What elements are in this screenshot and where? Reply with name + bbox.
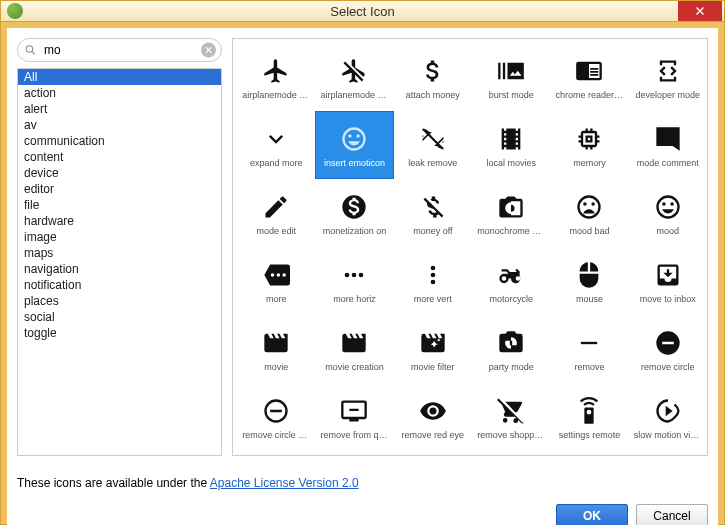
icon-label: money off <box>413 226 452 236</box>
category-item[interactable]: navigation <box>18 261 221 277</box>
icon-label: chrome reader mo <box>555 90 623 100</box>
icon-chrome-reader-mode[interactable]: chrome reader mo <box>550 43 628 111</box>
close-button[interactable] <box>678 1 722 21</box>
icon-label: remove from que <box>320 430 388 440</box>
icon-settings-remote[interactable]: settings remote <box>550 383 628 451</box>
mood-bad-icon <box>573 191 605 223</box>
icon-money-off[interactable]: money off <box>394 179 472 247</box>
icon-expand-more[interactable]: expand more <box>237 111 315 179</box>
icon-mood[interactable]: mood <box>629 179 707 247</box>
icon-label: mouse <box>576 294 603 304</box>
icon-developer-mode[interactable]: developer mode <box>629 43 707 111</box>
icon-label: monochrome pho <box>477 226 545 236</box>
more-vert-icon <box>417 259 449 291</box>
icon-move-to-inbox[interactable]: move to inbox <box>629 247 707 315</box>
icon-more-vert[interactable]: more vert <box>394 247 472 315</box>
icon-label: settings remote <box>559 430 621 440</box>
local-movies-icon <box>495 123 527 155</box>
mode-edit-icon <box>260 191 292 223</box>
category-item[interactable]: content <box>18 149 221 165</box>
icon-local-movies[interactable]: local movies <box>472 111 550 179</box>
icon-remove-from-queue[interactable]: remove from que <box>315 383 393 451</box>
icon-monetization-on[interactable]: monetization on <box>315 179 393 247</box>
ok-button[interactable]: OK <box>556 504 628 525</box>
icon-label: local movies <box>486 158 536 168</box>
icon-label: developer mode <box>636 90 701 100</box>
icon-mode-edit[interactable]: mode edit <box>237 179 315 247</box>
icon-label: expand more <box>250 158 303 168</box>
icon-label: party mode <box>489 362 534 372</box>
icon-remove-shopping-cart[interactable]: remove shopping <box>472 383 550 451</box>
category-item[interactable]: hardware <box>18 213 221 229</box>
icon-label: remove shopping <box>477 430 545 440</box>
remove-shopping-cart-icon <box>495 395 527 427</box>
category-item[interactable]: action <box>18 85 221 101</box>
window-title: Select Icon <box>1 4 724 19</box>
icon-label: burst mode <box>489 90 534 100</box>
icon-label: leak remove <box>408 158 457 168</box>
category-item[interactable]: places <box>18 293 221 309</box>
category-item[interactable]: maps <box>18 245 221 261</box>
more-horiz-icon <box>338 259 370 291</box>
icon-mouse[interactable]: mouse <box>550 247 628 315</box>
category-list[interactable]: Allactionalertavcommunicationcontentdevi… <box>17 68 222 456</box>
icon-airplanemode-inactive[interactable]: airplanemode ina <box>315 43 393 111</box>
license-link[interactable]: Apache License Version 2.0 <box>210 476 359 490</box>
airplanemode-inactive-icon <box>338 55 370 87</box>
icon-remove-red-eye[interactable]: remove red eye <box>394 383 472 451</box>
icon-movie[interactable]: movie <box>237 315 315 383</box>
category-item[interactable]: social <box>18 309 221 325</box>
icon-label: more <box>266 294 287 304</box>
icon-label: mode comment <box>637 158 699 168</box>
icon-movie-filter[interactable]: movie filter <box>394 315 472 383</box>
category-item[interactable]: file <box>18 197 221 213</box>
icon-label: remove circle outli <box>242 430 310 440</box>
money-off-icon <box>417 191 449 223</box>
icon-label: airplanemode ina <box>320 90 388 100</box>
icon-mode-comment[interactable]: mode comment <box>629 111 707 179</box>
icon-remove[interactable]: remove <box>550 315 628 383</box>
icon-remove-circle[interactable]: remove circle <box>629 315 707 383</box>
icon-more[interactable]: more <box>237 247 315 315</box>
search-wrap: ✕ <box>17 38 222 62</box>
chrome-reader-mode-icon <box>573 55 605 87</box>
search-input[interactable] <box>17 38 222 62</box>
category-item[interactable]: alert <box>18 101 221 117</box>
category-item[interactable]: device <box>18 165 221 181</box>
icon-memory[interactable]: memory <box>550 111 628 179</box>
more-icon <box>260 259 292 291</box>
category-item[interactable]: communication <box>18 133 221 149</box>
category-item[interactable]: editor <box>18 181 221 197</box>
category-item[interactable]: All <box>18 69 221 85</box>
category-item[interactable]: image <box>18 229 221 245</box>
icon-more-horiz[interactable]: more horiz <box>315 247 393 315</box>
category-item[interactable]: notification <box>18 277 221 293</box>
icon-insert-emoticon[interactable]: insert emoticon <box>315 111 393 179</box>
clear-search-button[interactable]: ✕ <box>201 43 216 58</box>
icon-remove-circle-outline[interactable]: remove circle outli <box>237 383 315 451</box>
icon-label: remove circle <box>641 362 695 372</box>
icon-party-mode[interactable]: party mode <box>472 315 550 383</box>
category-item[interactable]: av <box>18 117 221 133</box>
icon-attach-money[interactable]: attach money <box>394 43 472 111</box>
icon-grid-scroll[interactable]: airplanemode actiairplanemode inaattach … <box>232 38 708 456</box>
dialog-buttons: OK Cancel <box>7 496 718 525</box>
slow-motion-video-icon <box>652 395 684 427</box>
remove-circle-icon <box>652 327 684 359</box>
icon-motorcycle[interactable]: motorcycle <box>472 247 550 315</box>
icon-grid: airplanemode actiairplanemode inaattach … <box>233 39 707 455</box>
icon-slow-motion-video[interactable]: slow motion video <box>629 383 707 451</box>
icon-burst-mode[interactable]: burst mode <box>472 43 550 111</box>
icon-monochrome-photos[interactable]: monochrome pho <box>472 179 550 247</box>
cancel-button[interactable]: Cancel <box>636 504 708 525</box>
icon-mood-bad[interactable]: mood bad <box>550 179 628 247</box>
license-footer: These icons are available under the Apac… <box>7 466 718 496</box>
icon-movie-creation[interactable]: movie creation <box>315 315 393 383</box>
category-item[interactable]: toggle <box>18 325 221 341</box>
icon-label: motorcycle <box>489 294 533 304</box>
icon-leak-remove[interactable]: leak remove <box>394 111 472 179</box>
icon-airplanemode-active[interactable]: airplanemode acti <box>237 43 315 111</box>
icon-label: more horiz <box>333 294 376 304</box>
developer-mode-icon <box>652 55 684 87</box>
memory-icon <box>573 123 605 155</box>
